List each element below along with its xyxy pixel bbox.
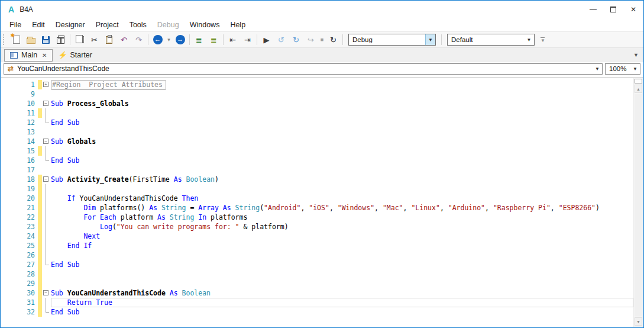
collapsed-region-box[interactable]: #Region Project Attributes xyxy=(51,80,166,90)
splitter-handle[interactable] xyxy=(635,79,642,83)
code-text[interactable]: End Sub xyxy=(51,307,633,317)
line-number[interactable]: 1 xyxy=(1,80,38,89)
modules-button[interactable] xyxy=(53,33,68,46)
line-number[interactable]: 32 xyxy=(1,307,38,317)
fold-collapse-icon[interactable]: − xyxy=(43,290,48,295)
line-number[interactable]: 26 xyxy=(1,250,38,260)
new-button[interactable] xyxy=(9,33,24,46)
code-text[interactable] xyxy=(51,250,633,260)
fold-collapse-icon[interactable]: − xyxy=(43,139,48,144)
line-number[interactable]: 12 xyxy=(1,118,38,127)
code-text[interactable] xyxy=(51,269,633,279)
line-number[interactable]: 13 xyxy=(1,127,38,137)
close-button[interactable]: ✕ xyxy=(623,1,643,18)
scrollbar-track[interactable] xyxy=(635,94,642,316)
tab-main[interactable]: Main✕ xyxy=(4,49,53,62)
line-number[interactable]: 23 xyxy=(1,222,38,231)
navigate-back-dropdown[interactable]: ▾ xyxy=(165,33,173,46)
navigate-forward-button[interactable]: → xyxy=(173,33,187,46)
code-text[interactable]: End Sub xyxy=(51,260,633,269)
code-text[interactable]: Next xyxy=(51,231,633,241)
save-button[interactable] xyxy=(38,33,53,46)
step-out-button[interactable]: ↪ xyxy=(303,33,318,46)
comment-button[interactable]: ≣ xyxy=(192,33,206,46)
scroll-down-icon[interactable]: ▼ xyxy=(635,317,642,326)
paste-button[interactable] xyxy=(102,33,116,46)
code-text[interactable]: Sub Globals xyxy=(51,137,633,146)
zoom-dropdown-arrow-icon[interactable]: ▼ xyxy=(630,66,640,72)
code-text[interactable] xyxy=(51,89,633,99)
line-number[interactable]: 10 xyxy=(1,99,38,108)
build-config-dropdown-arrow-icon[interactable]: ▼ xyxy=(425,34,435,45)
build-config-combo[interactable]: Debug ▼ xyxy=(348,34,436,46)
menu-edit[interactable]: Edit xyxy=(27,19,50,31)
code-text[interactable] xyxy=(51,108,633,118)
step-over-button[interactable]: ↻ xyxy=(289,33,303,46)
navigate-back-button[interactable]: ← xyxy=(150,33,165,46)
code-text[interactable]: Log("You can write programs for: " & pla… xyxy=(51,222,633,231)
code-text[interactable]: Sub Activity_Create(FirstTime As Boolean… xyxy=(51,175,633,184)
line-number[interactable]: 19 xyxy=(1,184,38,194)
line-number[interactable]: 15 xyxy=(1,146,38,156)
code-text[interactable]: Return True xyxy=(51,298,633,307)
toolbar-grip[interactable] xyxy=(3,34,7,45)
code-editor[interactable]: 1+#Region Project Attributes910−Sub Proc… xyxy=(1,78,643,327)
menu-file[interactable]: File xyxy=(4,19,27,31)
menu-windows[interactable]: Windows xyxy=(185,19,225,31)
code-text[interactable]: End Sub xyxy=(51,156,633,165)
menu-project[interactable]: Project xyxy=(90,19,124,31)
undo-button[interactable]: ↶ xyxy=(116,33,131,46)
line-number[interactable]: 11 xyxy=(1,108,38,118)
line-number[interactable]: 17 xyxy=(1,165,38,175)
fold-expand-icon[interactable]: + xyxy=(43,82,48,87)
line-number[interactable]: 31 xyxy=(1,298,38,307)
line-number[interactable]: 25 xyxy=(1,241,38,250)
restart-button[interactable]: ↻ xyxy=(326,33,341,46)
outdent-button[interactable]: ⇤ xyxy=(225,33,240,46)
fold-collapse-icon[interactable]: − xyxy=(43,176,48,182)
menu-help[interactable]: Help xyxy=(225,19,251,31)
code-text[interactable]: Sub YouCanUnderstandThisCode As Boolean xyxy=(51,288,633,298)
code-text[interactable]: #Region Project Attributes xyxy=(51,80,633,89)
code-text[interactable] xyxy=(51,165,633,175)
line-number[interactable]: 22 xyxy=(1,213,38,222)
code-pane[interactable]: 1+#Region Project Attributes910−Sub Proc… xyxy=(1,78,633,327)
code-text[interactable]: End If xyxy=(51,241,633,250)
line-number[interactable]: 9 xyxy=(1,89,38,99)
code-text[interactable]: End Sub xyxy=(51,118,633,127)
step-into-button[interactable]: ↺ xyxy=(274,33,289,46)
code-text[interactable] xyxy=(51,184,633,194)
line-number[interactable]: 20 xyxy=(1,194,38,203)
stop-button[interactable]: ■ xyxy=(318,33,326,46)
code-text[interactable] xyxy=(51,127,633,137)
tab-starter[interactable]: ⚡Starter xyxy=(53,49,98,62)
line-number[interactable]: 18 xyxy=(1,175,38,184)
line-number[interactable]: 30 xyxy=(1,288,38,298)
toolbar-overflow-button[interactable]: ▼ xyxy=(541,37,545,42)
fold-collapse-icon[interactable]: − xyxy=(43,101,48,106)
member-combo[interactable]: ⇄ YouCanUnderstandThisCode ▼ xyxy=(4,63,603,75)
line-number[interactable]: 14 xyxy=(1,137,38,146)
open-button[interactable] xyxy=(24,33,38,46)
zoom-combo[interactable]: 100% ▼ xyxy=(605,63,640,75)
line-number[interactable]: 27 xyxy=(1,260,38,269)
code-text[interactable]: If YouCanUnderstandThisCode Then xyxy=(51,194,633,203)
menu-designer[interactable]: Designer xyxy=(50,19,90,31)
line-number[interactable]: 28 xyxy=(1,269,38,279)
code-text[interactable] xyxy=(51,146,633,156)
vertical-scrollbar[interactable]: ▲ ▼ xyxy=(633,78,643,327)
line-number[interactable]: 16 xyxy=(1,156,38,165)
indent-button[interactable]: ⇥ xyxy=(240,33,255,46)
copy-button[interactable] xyxy=(72,33,87,46)
line-number[interactable]: 29 xyxy=(1,279,38,288)
tab-list-dropdown-icon[interactable]: ▼ xyxy=(633,52,639,58)
filter-combo[interactable]: Default ▼ xyxy=(447,34,535,46)
tab-close-icon[interactable]: ✕ xyxy=(42,52,47,59)
scroll-up-icon[interactable]: ▲ xyxy=(635,85,642,93)
code-text[interactable]: For Each platform As String In platforms xyxy=(51,213,633,222)
line-number[interactable]: 24 xyxy=(1,231,38,241)
run-button[interactable]: ▶ xyxy=(259,33,274,46)
code-text[interactable]: Sub Process_Globals xyxy=(51,99,633,108)
code-text[interactable] xyxy=(51,279,633,288)
line-number[interactable]: 21 xyxy=(1,203,38,213)
